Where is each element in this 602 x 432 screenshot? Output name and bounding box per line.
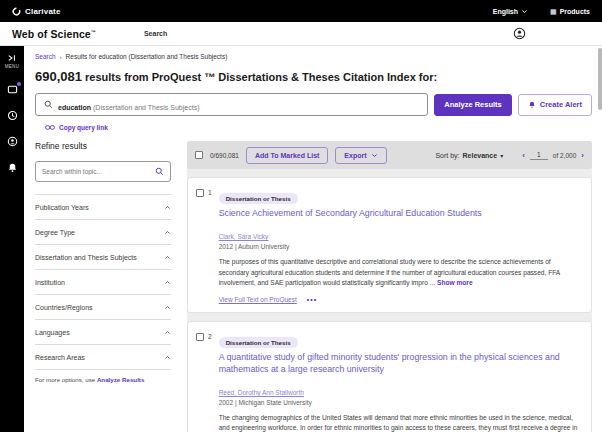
menu-label: MENU xyxy=(5,64,19,69)
breadcrumb-search-link[interactable]: Search xyxy=(35,53,56,60)
author-link[interactable]: Clark, Sara Vicky xyxy=(219,233,269,240)
refine-panel: Refine results Publication Years Degree … xyxy=(35,141,171,383)
page-number-input[interactable]: 1 xyxy=(530,151,548,160)
app-header: Web of Science™ Search xyxy=(0,22,602,46)
result-meta: 2012 | Auburn University xyxy=(219,243,581,250)
refine-footer: For more options, use Analyze Results xyxy=(35,369,171,383)
refine-section-institution[interactable]: Institution xyxy=(35,269,171,294)
refine-section-countries-regions[interactable]: Countries/Regions xyxy=(35,294,171,319)
query-qualifier: (Dissertation and Thesis Subjects) xyxy=(91,104,199,111)
products-grid-icon: ▦ xyxy=(550,8,557,15)
selected-count: 0/690,081 xyxy=(210,152,239,159)
products-menu[interactable]: ▦ Products xyxy=(550,8,590,15)
page-title: 690,081 results from ProQuest ™ Disserta… xyxy=(35,69,592,84)
chevron-down-icon xyxy=(521,8,528,15)
link-icon xyxy=(45,124,55,131)
analyze-results-link[interactable]: Analyze Results xyxy=(97,376,144,383)
chevron-up-icon xyxy=(164,254,171,261)
breadcrumb-current: Results for education (Dissertation and … xyxy=(66,53,228,60)
query-term: education xyxy=(58,104,91,111)
refine-section-degree-type[interactable]: Degree Type xyxy=(35,219,171,244)
result-card: 2 Dissertation or Thesis A quantitative … xyxy=(187,321,592,432)
result-title-link[interactable]: A quantitative study of gifted minority … xyxy=(219,352,579,375)
prev-page-button[interactable]: ‹ xyxy=(522,151,525,160)
create-alert-button[interactable]: Create Alert xyxy=(518,94,592,116)
add-to-marked-list-button[interactable]: Add To Marked List xyxy=(246,147,328,164)
caret-down-icon: ▾ xyxy=(500,152,503,159)
select-result-checkbox[interactable] xyxy=(196,333,204,341)
refine-section-publication-years[interactable]: Publication Years xyxy=(35,194,171,219)
scrollbar-thumb[interactable] xyxy=(598,48,602,110)
bell-icon xyxy=(528,100,536,109)
refine-section-dissertation-subjects[interactable]: Dissertation and Thesis Subjects xyxy=(35,244,171,269)
doc-type-badge: Dissertation or Thesis xyxy=(219,193,298,204)
search-query-input[interactable]: education (Dissertation and Thesis Subje… xyxy=(35,93,428,116)
clarivate-brand-label: Clarivate xyxy=(25,7,61,16)
chevron-up-icon xyxy=(164,354,171,361)
results-toolbar: 0/690,081 Add To Marked List Export Sort… xyxy=(187,141,592,169)
web-of-science-logo[interactable]: Web of Science™ xyxy=(12,28,96,40)
refine-search-box[interactable] xyxy=(35,161,171,182)
search-icon xyxy=(44,100,53,109)
more-options-icon[interactable]: ••• xyxy=(307,296,317,303)
page-total: of 2,000 xyxy=(553,152,577,159)
language-label: English xyxy=(493,8,518,15)
top-app-bar: Clarivate English ▦ Products xyxy=(0,0,602,22)
view-full-text-link[interactable]: View Full Text on ProQuest xyxy=(219,296,297,303)
select-all-checkbox[interactable] xyxy=(195,151,203,159)
sort-dropdown[interactable]: Sort by: Relevance ▾ xyxy=(435,152,503,159)
collapse-arrow-icon xyxy=(7,54,17,62)
refine-section-languages[interactable]: Languages xyxy=(35,319,171,344)
refine-section-research-areas[interactable]: Research Areas xyxy=(35,344,171,369)
analyze-results-button[interactable]: Analyze Results xyxy=(434,94,512,116)
notification-dot xyxy=(17,82,21,86)
chevron-up-icon xyxy=(164,204,171,211)
clarivate-brand: Clarivate xyxy=(12,7,61,16)
author-link[interactable]: Reed, Dorothy Ann Stallworth xyxy=(219,389,304,396)
result-abstract: The changing demographics of the United … xyxy=(219,413,581,432)
clarivate-logo-icon xyxy=(12,7,21,16)
breadcrumb-separator: › xyxy=(60,54,62,60)
menu-collapse-button[interactable]: MENU xyxy=(5,54,19,69)
chevron-up-icon xyxy=(164,304,171,311)
results-count: 690,081 xyxy=(35,69,82,84)
results-list: 0/690,081 Add To Marked List Export Sort… xyxy=(187,141,592,432)
main-content: Search › Results for education (Disserta… xyxy=(24,46,602,432)
refine-search-input[interactable] xyxy=(42,168,155,175)
breadcrumb: Search › Results for education (Disserta… xyxy=(35,53,592,60)
doc-type-badge: Dissertation or Thesis xyxy=(219,337,298,348)
result-number: 1 xyxy=(208,189,212,196)
chevron-up-icon xyxy=(164,229,171,236)
user-account-icon[interactable] xyxy=(513,27,526,40)
history-button[interactable] xyxy=(7,110,18,121)
next-page-button[interactable]: › xyxy=(581,151,584,160)
products-label: Products xyxy=(560,8,590,15)
search-icon xyxy=(155,167,164,176)
pagination: ‹ 1 of 2,000 › xyxy=(522,151,584,160)
result-title-link[interactable]: Science Achievement of Secondary Agricul… xyxy=(219,208,579,219)
profile-button[interactable] xyxy=(7,136,18,147)
chevron-up-icon xyxy=(164,329,171,336)
select-result-checkbox[interactable] xyxy=(196,189,204,197)
export-button[interactable]: Export xyxy=(335,147,386,164)
alerts-bell-button[interactable] xyxy=(7,162,18,173)
chevron-up-icon xyxy=(164,279,171,286)
show-more-link[interactable]: Show more xyxy=(437,279,473,286)
nav-search[interactable]: Search xyxy=(144,30,167,37)
products-panel-button[interactable] xyxy=(7,84,18,95)
language-selector[interactable]: English xyxy=(493,8,528,15)
result-meta: 2002 | Michigan State University xyxy=(219,399,581,406)
copy-query-link[interactable]: Copy query link xyxy=(45,124,592,131)
result-abstract: The purposes of this quantitative descri… xyxy=(219,257,581,288)
result-number: 2 xyxy=(208,333,212,340)
result-card: 1 Dissertation or Thesis Science Achieve… xyxy=(187,177,592,313)
refine-title: Refine results xyxy=(35,141,171,151)
left-rail: MENU xyxy=(0,46,24,432)
chevron-down-icon xyxy=(371,152,378,159)
